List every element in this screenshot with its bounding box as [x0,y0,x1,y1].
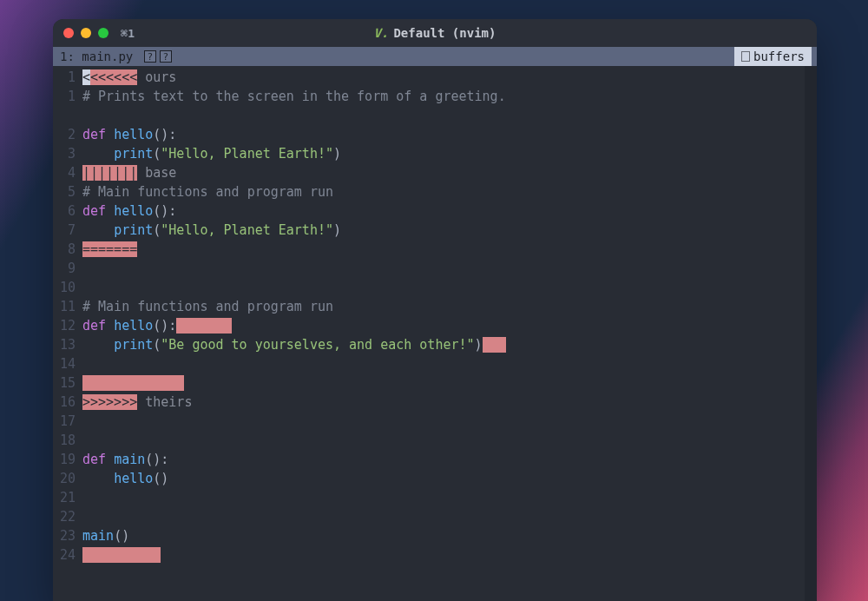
code-line: 22 [53,507,817,526]
code-line: 24 [53,545,817,565]
code-line: 12def hello(): [53,316,817,335]
buffers-icon [741,51,750,62]
line-number: 2 [53,125,82,144]
code-line [53,106,817,125]
code-line: 1<<<<<<< ours [53,68,817,87]
code-line: 23main() [53,526,817,545]
line-number: 20 [53,469,82,488]
code-line: 18 [53,431,817,450]
tab-filename: main.py [82,50,133,63]
cursor: < [82,69,90,85]
line-number: 14 [53,354,82,373]
code-lines: 1<<<<<<< ours 1# Prints text to the scre… [53,66,817,565]
trailing-whitespace [82,375,184,391]
trailing-whitespace [483,337,506,353]
line-number: 1 [53,87,82,106]
line-number: 15 [53,373,82,393]
line-number: 17 [53,412,82,431]
code-line: 10 [53,278,817,297]
conflict-marker-sep: ======= [82,241,137,257]
line-number: 10 [53,278,82,297]
line-number: 12 [53,316,82,335]
line-number: 24 [53,545,82,565]
code-line: 21 [53,488,817,507]
window-title: V.Default (nvim) [53,26,817,40]
code-line: 1# Prints text to the screen in the form… [53,87,817,106]
modified-indicator-icon: ? [160,50,172,63]
line-number: 9 [53,259,82,278]
code-line: 8======= [53,240,817,259]
titlebar[interactable]: ⌘1 V.Default (nvim) [53,19,817,47]
line-number: 3 [53,144,82,163]
code-line: 20 hello() [53,469,817,488]
line-number: 7 [53,221,82,240]
line-number: 23 [53,526,82,545]
code-line: 2def hello(): [53,125,817,144]
code-line: 7 print("Hello, Planet Earth!") [53,221,817,240]
line-number: 21 [53,488,82,507]
conflict-marker-base: ||||||| [82,165,137,181]
trailing-whitespace [82,547,161,563]
tabline-buffers[interactable]: buffers [734,47,812,66]
line-number: 22 [53,507,82,526]
line-number [53,106,82,125]
close-icon[interactable] [63,28,74,38]
line-number: 1 [53,68,82,87]
code-line: 16>>>>>>> theirs [53,393,817,412]
tabline-buffers-label: buffers [753,50,805,63]
code-line: 6def hello(): [53,201,817,221]
code-line: 4||||||| base [53,163,817,182]
code-line: 9 [53,259,817,278]
terminal-window: ⌘1 V.Default (nvim) 1: main.py ?? buffer… [53,19,817,601]
line-number: 4 [53,163,82,182]
modified-indicator-icon: ? [144,50,156,63]
code-line: 14 [53,354,817,373]
editor-area[interactable]: 1<<<<<<< ours 1# Prints text to the scre… [53,66,817,601]
scrollbar[interactable] [805,66,817,601]
line-number: 13 [53,335,82,354]
line-number: 19 [53,450,82,469]
code-line: 11# Main functions and program run [53,297,817,316]
tabline[interactable]: 1: main.py ?? buffers [53,47,817,66]
window-shortcut-label: ⌘1 [121,27,135,40]
line-number: 11 [53,297,82,316]
traffic-lights [63,28,108,38]
code-line: 13 print("Be good to yourselves, and eac… [53,335,817,354]
code-line: 17 [53,412,817,431]
code-line: 15 [53,373,817,393]
window-title-text: Default (nvim) [393,26,496,40]
conflict-marker-theirs: >>>>>>> [82,394,137,410]
line-number: 8 [53,240,82,259]
line-number: 5 [53,182,82,201]
vim-logo-icon: V. [374,26,389,40]
line-number: 16 [53,393,82,412]
tab-index: 1: [60,50,75,63]
code-line: 3 print("Hello, Planet Earth!") [53,144,817,163]
code-line: 5# Main functions and program run [53,182,817,201]
zoom-icon[interactable] [98,28,108,38]
line-number: 6 [53,201,82,221]
code-line: 19def main(): [53,450,817,469]
trailing-whitespace [176,318,231,334]
line-number: 18 [53,431,82,450]
minimize-icon[interactable] [81,28,91,38]
conflict-marker-ours: <<<<<< [90,69,137,85]
